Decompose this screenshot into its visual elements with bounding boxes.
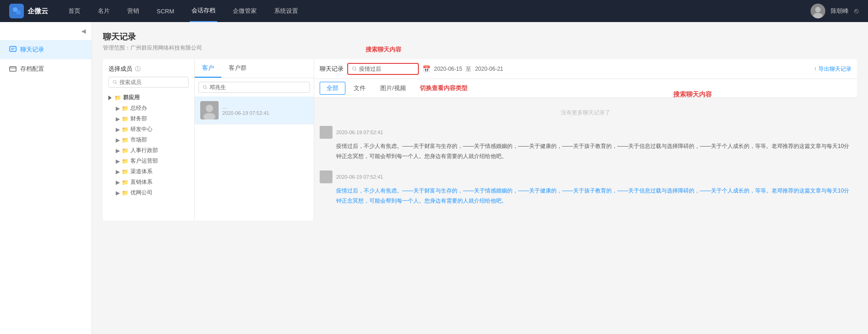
member-search-input[interactable] xyxy=(119,79,185,85)
date-from-label: 2020-06-15 xyxy=(434,66,462,72)
folder-icon-3: 📁 xyxy=(122,137,129,143)
svg-point-12 xyxy=(203,85,206,89)
nav-butler[interactable]: 企微管家 xyxy=(231,0,259,22)
nav-settings[interactable]: 系统设置 xyxy=(272,0,300,22)
username: 陈朝峰 xyxy=(831,7,849,15)
folder-icon-2: 📁 xyxy=(122,126,129,133)
sidebar-label-archive-config: 存档配置 xyxy=(20,65,44,73)
filter-bar: 全部 文件 图片/视频 切换查看内容类型 xyxy=(314,79,857,98)
filter-media[interactable]: 图片/视频 xyxy=(374,82,412,94)
logo-text: 企微云 xyxy=(28,7,48,16)
logout-icon[interactable]: ⎋ xyxy=(854,7,859,15)
top-nav: 企微云 首页 名片 营销 SCRM 会话存档 企微管家 系统设置 陈朝峰 ⎋ xyxy=(0,0,868,22)
msg-header-1: 2020-06-19 07:52:41 xyxy=(320,170,851,183)
msg-header-0: 2020-06-19 07:52:41 xyxy=(320,126,851,139)
record-panel: 聊天记录 搜索聊天内容 📅 2020-06-15 xyxy=(314,59,857,221)
folder-icon-8: 📁 xyxy=(122,190,129,196)
folder-icon-5: 📁 xyxy=(122,158,129,164)
msg-avatar-1 xyxy=(320,170,333,183)
tree-node-0[interactable]: ▶ 📁 总经办 xyxy=(108,103,189,113)
filter-all[interactable]: 全部 xyxy=(320,82,345,95)
svg-line-11 xyxy=(116,83,117,84)
tree-node-6[interactable]: ▶ 📁 渠道体系 xyxy=(108,166,189,177)
avatar xyxy=(811,4,825,18)
tree-expand-icon[interactable] xyxy=(108,96,112,100)
search-annotation: 搜索聊天内容 xyxy=(366,45,401,54)
svg-line-13 xyxy=(206,88,207,89)
folder-icon-0: 📁 xyxy=(122,105,129,112)
tree-node-5[interactable]: ▶ 📁 客户运营部 xyxy=(108,156,189,166)
type-annotation: 切换查看内容类型 xyxy=(420,84,468,92)
chat-item-time: 2020-06-19 07:52:41 xyxy=(222,110,308,116)
nav-home[interactable]: 首页 xyxy=(67,0,82,22)
nav-card[interactable]: 名片 xyxy=(96,0,112,22)
folder-icon-1: 📁 xyxy=(122,116,129,122)
tree-node-1[interactable]: ▶ 📁 财务部 xyxy=(108,113,189,124)
date-separator-icon: 📅 xyxy=(423,65,430,73)
svg-line-18 xyxy=(355,70,357,71)
svg-point-10 xyxy=(113,80,116,83)
msg-content-1: 疫情过后，不少人有焦虑。——关于财富与生存的，——关于情感婚姻的，——关于健康的… xyxy=(320,186,851,206)
chat-item-avatar xyxy=(200,101,219,119)
svg-point-4 xyxy=(813,13,823,18)
msg-content-0: 疫情过后，不少人有焦虑。——关于财富与生存的，——关于情感婚姻的，——关于健康的… xyxy=(320,142,851,161)
export-icon: ↑ xyxy=(814,66,817,72)
sidebar-item-chat-records[interactable]: 聊天记录 xyxy=(0,40,91,59)
sidebar-toggle[interactable]: ◀ xyxy=(0,22,91,40)
chat-tabs: 客户 客户群 xyxy=(195,59,314,78)
nav-menu: 首页 名片 营销 SCRM 会话存档 企微管家 系统设置 xyxy=(67,0,811,22)
sidebar-label-chat-records: 聊天记录 xyxy=(20,45,44,54)
nav-right: 陈朝峰 ⎋ xyxy=(811,4,859,18)
tab-customer-groups[interactable]: 客户群 xyxy=(221,59,254,78)
date-range-separator: 至 xyxy=(466,65,471,73)
folder-icon-7: 📁 xyxy=(122,179,129,186)
layout: ◀ 聊天记录 存档配置 聊天记录 管理范围：广州群应用网络科技有限公司 选 xyxy=(0,22,868,334)
sidebar-item-archive-config[interactable]: 存档配置 xyxy=(0,59,91,79)
tree-root: 📁 群应用 xyxy=(108,92,189,103)
member-help-icon[interactable]: ⓘ xyxy=(135,65,141,73)
archive-config-icon xyxy=(9,65,17,73)
chat-item-name: — xyxy=(222,105,308,110)
chat-search-input[interactable] xyxy=(209,84,306,91)
logo: 企微云 xyxy=(9,4,48,18)
chat-list: — 2020-06-19 07:52:41 xyxy=(195,96,314,221)
tree-node-2[interactable]: ▶ 📁 研发中心 xyxy=(108,124,189,135)
svg-point-1 xyxy=(16,10,21,15)
page-title: 聊天记录 xyxy=(103,31,857,42)
folder-icon-6: 📁 xyxy=(122,169,129,175)
chat-content-search-input[interactable] xyxy=(359,66,414,72)
search-icon xyxy=(113,79,118,85)
tab-customers[interactable]: 客户 xyxy=(195,59,221,78)
content-search-icon xyxy=(352,66,357,72)
msg-time-0: 2020-06-19 07:52:41 xyxy=(336,130,383,135)
chat-item-info: — 2020-06-19 07:52:41 xyxy=(222,105,308,116)
record-panel-title: 聊天记录 xyxy=(320,65,344,73)
content-area: 选择成员 ⓘ 📁 群应用 xyxy=(103,59,857,221)
member-panel: 选择成员 ⓘ 📁 群应用 xyxy=(103,59,195,221)
nav-archive[interactable]: 会话存档 xyxy=(190,0,217,22)
svg-point-15 xyxy=(206,105,213,112)
nav-marketing[interactable]: 营销 xyxy=(125,0,141,22)
chat-content-search-box[interactable] xyxy=(347,63,419,75)
export-button[interactable]: ↑ 导出聊天记录 xyxy=(814,65,851,73)
tree-node-3[interactable]: ▶ 📁 市场部 xyxy=(108,135,189,145)
sidebar: ◀ 聊天记录 存档配置 xyxy=(0,22,92,334)
message-block-1: 2020-06-19 07:52:41 疫情过后，不少人有焦虑。——关于财富与生… xyxy=(320,170,851,206)
tree-node-7[interactable]: ▶ 📁 直销体系 xyxy=(108,177,189,187)
nav-scrm[interactable]: SCRM xyxy=(155,0,176,22)
tree-node-8[interactable]: ▶ 📁 优网公司 xyxy=(108,187,189,198)
logo-icon xyxy=(9,4,24,18)
chat-list-panel: 客户 客户群 — xyxy=(195,59,314,221)
svg-point-17 xyxy=(353,67,356,70)
chat-search-box[interactable] xyxy=(198,82,310,93)
tree-root-folder-icon: 📁 xyxy=(114,95,121,101)
msg-avatar-0 xyxy=(320,126,333,139)
member-search-box[interactable] xyxy=(108,77,189,88)
chat-search-icon xyxy=(203,85,208,90)
tree-node-4[interactable]: ▶ 📁 人事行政部 xyxy=(108,145,189,156)
record-toolbar: 聊天记录 搜索聊天内容 📅 2020-06-15 xyxy=(314,59,857,79)
filter-file[interactable]: 文件 xyxy=(347,82,372,94)
message-block-0: 2020-06-19 07:52:41 疫情过后，不少人有焦虑。——关于财富与生… xyxy=(320,126,851,161)
chat-list-item[interactable]: — 2020-06-19 07:52:41 xyxy=(195,96,314,125)
member-panel-title: 选择成员 ⓘ xyxy=(108,65,189,73)
